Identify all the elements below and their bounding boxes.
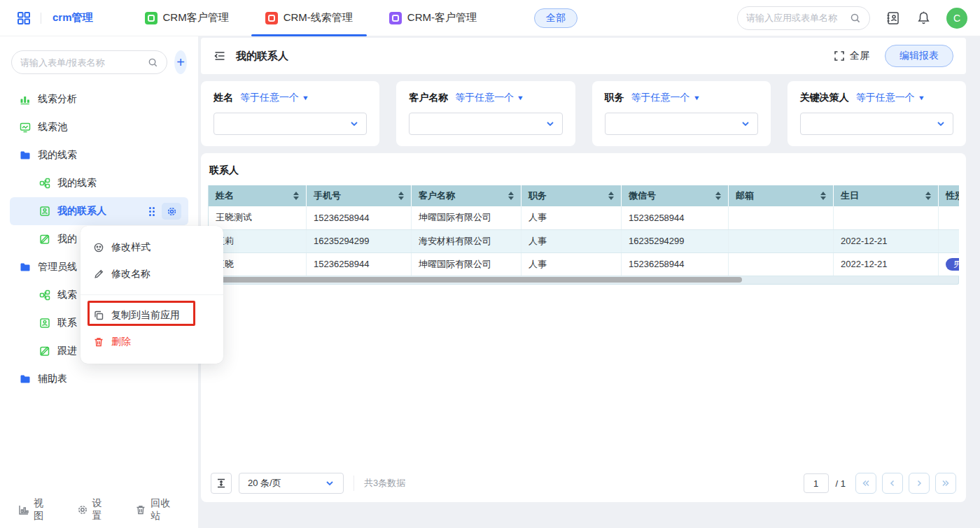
sort-icon[interactable] [608, 192, 614, 200]
filter-condition[interactable]: 等于任意一个 ▼ [240, 92, 309, 104]
scrollbar-thumb[interactable] [210, 277, 742, 283]
sidebar-item-label: 我的线索 [57, 177, 97, 190]
menu-item-rename[interactable]: 修改名称 [80, 261, 223, 287]
settings-button[interactable]: 设置 [77, 497, 112, 522]
search-icon [850, 13, 861, 24]
cell-wechat: 15236258944 [622, 252, 729, 276]
filter-select[interactable] [605, 113, 758, 135]
edit-report-button[interactable]: 编辑报表 [885, 45, 953, 67]
table-row[interactable]: 王晓测试 15236258944 坤曜国际有限公司 人事 15236258944 [209, 206, 960, 229]
filter-label: 姓名 [214, 92, 233, 104]
menu-item-copy-to-app[interactable]: 复制到当前应用 [80, 302, 223, 329]
tab-crm-leads[interactable]: CRM-线索管理 [247, 0, 371, 36]
cell-customer: 海安材料有限公司 [412, 229, 522, 252]
workspace-name[interactable]: crm管理 [52, 11, 93, 24]
row-height-button[interactable] [211, 473, 232, 494]
sort-icon[interactable] [925, 192, 931, 200]
filter-condition[interactable]: 等于任意一个 ▼ [631, 92, 700, 104]
pager-divider [354, 476, 354, 491]
views-label: 视图 [34, 497, 53, 522]
sort-icon[interactable] [293, 192, 299, 200]
recycle-bin-button[interactable]: 回收站 [135, 497, 180, 522]
col-header-name[interactable]: 姓名 [209, 185, 307, 206]
sort-icon[interactable] [820, 192, 826, 200]
filter-label: 关键决策人 [800, 92, 849, 104]
cell-birthday: 2022-12-21 [834, 229, 939, 252]
page-number-input[interactable] [804, 473, 829, 493]
add-form-button[interactable]: + [174, 50, 187, 74]
purple-app-icon [389, 12, 402, 24]
filter-select[interactable] [214, 113, 367, 135]
sidebar-item-my-contacts[interactable]: 我的联系人 [10, 197, 188, 225]
sidebar-item-lead-pool[interactable]: 线索池 [0, 113, 198, 141]
menu-fold-icon[interactable] [214, 50, 226, 62]
menu-item-delete[interactable]: 删除 [80, 329, 223, 355]
flow-icon [39, 290, 50, 301]
total-pages: / 1 [836, 478, 846, 489]
table-title: 联系人 [209, 164, 959, 177]
sidebar-item-label: 管理员线 [38, 261, 77, 273]
global-search[interactable] [737, 6, 870, 30]
global-search-input[interactable] [746, 13, 844, 23]
settings-label: 设置 [92, 497, 112, 522]
views-button[interactable]: 视图 [18, 497, 53, 522]
filter-label: 客户名称 [409, 92, 448, 104]
next-page-button[interactable] [909, 473, 930, 494]
sidebar-search[interactable] [11, 50, 167, 74]
filter-condition[interactable]: 等于任意一个 ▼ [856, 92, 925, 104]
sidebar-item-label: 线索分析 [38, 93, 77, 106]
cell-position: 人事 [522, 229, 622, 252]
sidebar-item-my-leads[interactable]: 我的线索 [0, 169, 198, 197]
page-header: 我的联系人 全屏 编辑报表 [201, 38, 966, 74]
all-apps-pill[interactable]: 全部 [534, 8, 578, 28]
col-header-wechat[interactable]: 微信号 [622, 185, 729, 206]
col-header-birthday[interactable]: 生日 [834, 185, 939, 206]
last-page-button[interactable] [935, 473, 956, 494]
bell-icon[interactable] [916, 10, 931, 25]
col-header-phone[interactable]: 手机号 [307, 185, 412, 206]
tab-label: CRM-线索管理 [284, 11, 353, 24]
cell-gender [939, 229, 960, 252]
sidebar-folder-aux-tables[interactable]: 辅助表 [0, 365, 198, 393]
sidebar-search-input[interactable] [20, 57, 144, 68]
sort-icon[interactable] [508, 192, 514, 200]
menu-divider [80, 294, 223, 295]
sidebar-item-label: 我的联系人 [57, 205, 106, 217]
chevron-down-icon [741, 119, 750, 129]
filter-card-customer: 客户名称 等于任意一个 ▼ [396, 81, 575, 146]
menu-item-edit-style[interactable]: 修改样式 [80, 234, 223, 261]
table-row[interactable]: 王晓 15236258944 坤曜国际有限公司 人事 15236258944 2… [209, 252, 960, 276]
filter-select[interactable] [800, 113, 953, 135]
horizontal-scrollbar[interactable] [208, 276, 959, 285]
gear-icon[interactable] [162, 203, 181, 220]
chevron-down-icon [936, 119, 946, 129]
sort-icon[interactable] [398, 192, 404, 200]
filter-label: 职务 [605, 92, 624, 104]
address-book-icon[interactable] [886, 10, 901, 26]
sidebar-item-label: 跟进 [57, 345, 77, 357]
board-icon [20, 122, 31, 133]
col-header-email[interactable]: 邮箱 [729, 185, 834, 206]
tab-crm-customer[interactable]: CRM客户管理 [127, 0, 247, 36]
tab-crm-client[interactable]: CRM-客户管理 [371, 0, 495, 36]
prev-page-button[interactable] [882, 473, 903, 494]
cell-wechat: 15236258944 [622, 206, 729, 229]
sidebar-folder-my-leads[interactable]: 我的线索 [0, 141, 198, 169]
filter-condition[interactable]: 等于任意一个 ▼ [455, 92, 524, 104]
sort-icon[interactable] [715, 192, 721, 200]
fullscreen-button[interactable]: 全屏 [834, 50, 869, 62]
table-row[interactable]: 王莉 16235294299 海安材料有限公司 人事 16235294299 2… [209, 229, 960, 252]
col-header-customer[interactable]: 客户名称 [412, 185, 522, 206]
chevron-down-icon [349, 119, 359, 129]
apps-grid-icon[interactable] [17, 11, 31, 25]
main-content: 我的联系人 全屏 编辑报表 姓名 等于任意一个 ▼ [201, 38, 966, 528]
first-page-button[interactable] [855, 473, 876, 494]
page-size-select[interactable]: 20 条/页 [239, 473, 344, 494]
avatar[interactable]: C [946, 8, 967, 29]
col-header-gender[interactable]: 性别 [939, 185, 960, 206]
drag-handle-icon[interactable] [149, 207, 155, 216]
col-header-position[interactable]: 职务 [522, 185, 622, 206]
sidebar-item-lead-analysis[interactable]: 线索分析 [0, 85, 198, 113]
filter-select[interactable] [409, 113, 562, 135]
filter-card-key-decision: 关键决策人 等于任意一个 ▼ [788, 81, 966, 146]
